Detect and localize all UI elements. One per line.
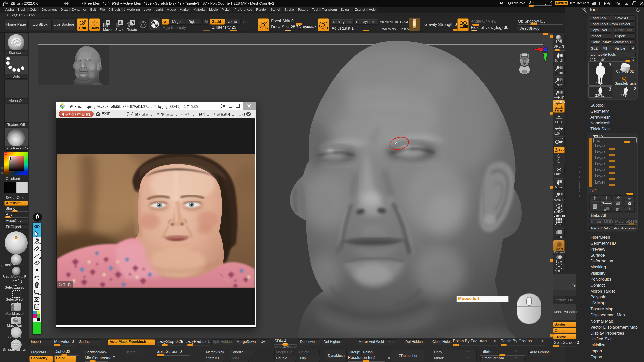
default-zscript-button[interactable]: DefaultZScript xyxy=(569,1,589,5)
viewer-photo-library-menu[interactable] xyxy=(213,112,234,118)
projectall-button[interactable]: ProjectAll xyxy=(29,350,53,356)
menu-item[interactable]: Movie xyxy=(208,7,219,12)
basic-material-b-sphere[interactable] xyxy=(12,267,21,276)
viewer-title-bar[interactable] xyxy=(56,102,256,110)
divider-mark-top[interactable] xyxy=(543,33,548,35)
restore-window-icon[interactable] xyxy=(632,1,636,5)
tablet-pressure-right-icon[interactable] xyxy=(599,2,607,6)
layer-new-button[interactable] xyxy=(589,201,600,212)
alpha-thumbnail[interactable]: Alpha Off xyxy=(4,80,28,103)
gz-button[interactable]: Z xyxy=(556,158,562,164)
mrgb-button[interactable]: Mrgb xyxy=(170,19,185,25)
tool-section-header[interactable]: Import xyxy=(590,349,643,355)
close-holes-button[interactable]: Close Holes xyxy=(431,339,452,345)
secondary-color-swatch[interactable] xyxy=(16,182,28,193)
rf-slider[interactable] xyxy=(5,217,28,218)
menu-item[interactable]: Draw xyxy=(59,7,70,12)
tool-section-header[interactable]: Geometry HD xyxy=(590,241,643,247)
image-viewer-window[interactable]: EXIF xyxy=(56,102,256,327)
polyframe-button[interactable]: Line Fill PolyF xyxy=(553,215,565,227)
menu-item[interactable]: Brush xyxy=(16,7,28,12)
lightbox-tools-button[interactable]: Lightbox▶Tools xyxy=(589,52,636,57)
tool-section-header[interactable]: Masking xyxy=(590,265,643,271)
viewer-bookmark-menu[interactable] xyxy=(181,112,195,118)
layer-all-button[interactable] xyxy=(624,207,635,212)
menu-item[interactable]: Preferences xyxy=(233,7,254,12)
menu-item[interactable]: Dynamics xyxy=(70,7,88,12)
frame-button[interactable]: Frame xyxy=(553,165,565,176)
layer-row[interactable]: Layer xyxy=(592,174,637,180)
simplebrush-thumbnail[interactable]: S SimpleBrush xyxy=(613,74,637,86)
epicpen-clear-button[interactable] xyxy=(33,281,41,288)
resolution-slider[interactable] xyxy=(348,361,385,362)
floor-grid-button[interactable]: Floor xyxy=(553,113,565,124)
border-button[interactable]: Border xyxy=(553,322,576,327)
left-tray-divider-dots[interactable] xyxy=(1,167,3,176)
tool-section-header[interactable]: UV Map xyxy=(590,301,643,307)
epicpen-line-button[interactable] xyxy=(33,252,41,259)
record-deformation-button[interactable]: Record Deformation Animation xyxy=(589,225,637,231)
copy-tool-button[interactable]: Copy Tool xyxy=(589,27,612,33)
menu-item[interactable]: Edit xyxy=(89,7,97,12)
mask-lasso-icon[interactable] xyxy=(10,302,22,312)
menus-button[interactable]: Menus xyxy=(555,1,568,5)
epicpen-clipboard-button[interactable] xyxy=(33,303,41,310)
tablet-pressure-left-icon[interactable] xyxy=(590,2,598,6)
layer-intensity-slider[interactable] xyxy=(589,194,637,194)
prev-document-icon[interactable] xyxy=(607,1,613,6)
actual-size-button[interactable]: x1 Actual xyxy=(553,76,565,87)
menu-item[interactable]: Help xyxy=(367,7,377,12)
switch-color-label[interactable]: SwitchColor xyxy=(6,195,26,200)
layer-row[interactable]: Layer xyxy=(592,162,637,168)
select-rect-icon[interactable] xyxy=(12,290,21,298)
crease-button[interactable]: Crease xyxy=(553,334,576,339)
auto-mask-fibermesh-button[interactable]: Auto Mask FiberMesh xyxy=(108,339,155,345)
floor-xyz-toggles[interactable]: x y z xyxy=(555,111,561,113)
see-through-slider[interactable] xyxy=(529,5,552,6)
menu-item[interactable]: Light xyxy=(154,7,164,12)
colorize-button[interactable]: Colorize xyxy=(229,350,254,356)
replay-last-rel-button[interactable]: ReplayLastRel xyxy=(355,19,378,25)
make-polymesh3d-button[interactable]: Make PolyMesh3D xyxy=(601,39,636,45)
resolution-radio[interactable] xyxy=(388,357,390,359)
xpose-button[interactable]: Xpose xyxy=(553,262,565,273)
tool-thumbnail-small1[interactable]: 3 xyxy=(588,86,612,98)
del-higher-button[interactable]: Del Higher xyxy=(322,339,343,345)
sdiv-smoothness-strip[interactable] xyxy=(274,346,297,348)
layer-row[interactable]: Layer xyxy=(592,168,637,174)
move-3d-button[interactable]: Move xyxy=(553,178,565,190)
menu-item[interactable]: Layer xyxy=(142,7,153,12)
layer-down-button[interactable] xyxy=(601,195,612,200)
dynamic-brush-button[interactable]: D xyxy=(318,18,329,31)
viewer-pin-toggle[interactable] xyxy=(238,112,245,118)
gy-button[interactable]: Y xyxy=(556,153,562,159)
polish-button[interactable]: Polish xyxy=(361,350,375,356)
mirror-weld-xyz[interactable]: ✕ʸᶻ xyxy=(389,340,393,343)
menu-item[interactable]: J-Brush xyxy=(107,7,122,12)
zadd-button[interactable]: Zadd xyxy=(210,19,225,25)
obj-shadow-slider[interactable] xyxy=(518,24,564,25)
tool-section-header[interactable]: Preview xyxy=(590,247,643,253)
menu-item[interactable]: Color xyxy=(28,7,39,12)
sdiv-slider[interactable] xyxy=(274,344,297,345)
tool-section-header[interactable]: NanoMesh xyxy=(590,121,641,127)
viewer-exif-button[interactable]: EXIF xyxy=(102,111,110,116)
alpha-channel-button[interactable]: A xyxy=(162,19,169,25)
delete-button-2[interactable]: Delete xyxy=(298,350,320,356)
mergevisible-button[interactable]: MergeVisible xyxy=(205,350,224,356)
dynamesh-button[interactable]: DynaMesh xyxy=(325,350,347,361)
epicpen-screenshot-button[interactable] xyxy=(33,296,41,303)
layer-row[interactable]: Layer xyxy=(592,180,637,186)
texture-thumbnail[interactable]: Texture Off xyxy=(4,104,28,127)
backfacemask-button[interactable]: BackfaceMask xyxy=(84,350,108,356)
menu-item[interactable]: J-Modeling xyxy=(122,7,141,12)
tool-reset-icon[interactable] xyxy=(636,8,640,12)
goz-visible-button[interactable]: Visible xyxy=(613,46,629,51)
epicpen-whiteboard-button[interactable] xyxy=(33,288,41,296)
home-page-button[interactable]: Home Page xyxy=(5,18,28,30)
del-hidden-button[interactable]: Del Hidden xyxy=(404,339,425,345)
fillobject-button[interactable]: FillObject xyxy=(4,224,28,230)
accucurve-button[interactable]: AccuCurve xyxy=(4,218,28,223)
layer-row[interactable]: Layer xyxy=(592,156,637,162)
draw-button[interactable]: Draw xyxy=(89,18,100,31)
